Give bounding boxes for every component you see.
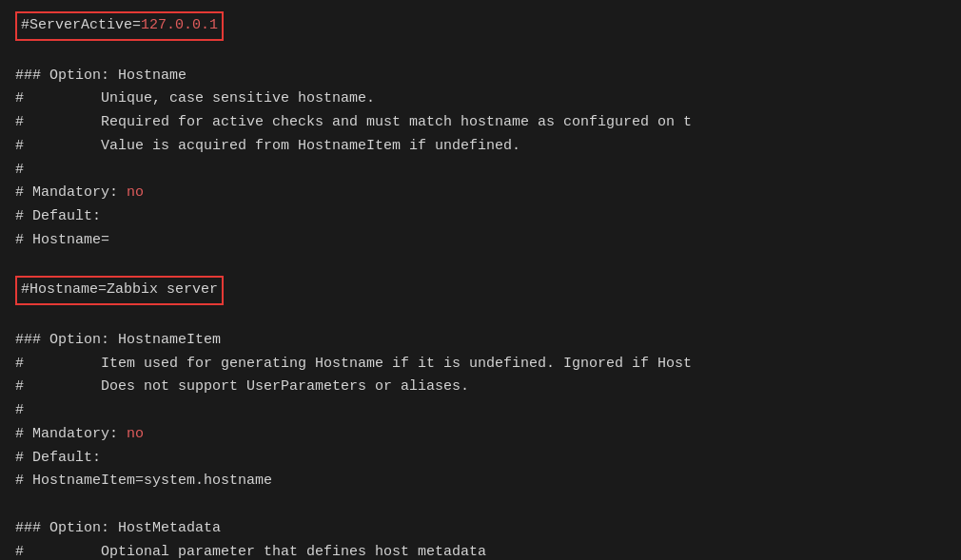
server-active-line: #ServerActive=127.0.0.1 (15, 11, 946, 41)
hostnameitem-desc2-line: # Does not support UserParameters or ali… (15, 376, 946, 399)
hostname-mandatory-line: # Mandatory: no (15, 182, 946, 205)
hostname-value-text: #Hostname=Zabbix server (21, 281, 218, 298)
hostnameitem-desc1-line: # Item used for generating Hostname if i… (15, 353, 946, 377)
blank-line-1 (15, 41, 946, 65)
hostname-desc2-line: # Required for active checks and must ma… (15, 111, 946, 135)
hostnameitem-mandatory-value: no (127, 426, 144, 442)
hostnameitem-option-line: ### Option: HostnameItem (15, 329, 946, 353)
hostnameitem-blank1-line: # (15, 399, 946, 423)
hostnameitem-default-label-line: # Default: (15, 447, 946, 471)
hostname-desc1-line: # Unique, case sensitive hostname. (15, 87, 946, 111)
server-active-box: #ServerActive=127.0.0.1 (15, 11, 224, 41)
hostmetadata-option-line: ### Option: HostMetadata (15, 517, 946, 541)
hostname-option-line: ### Option: Hostname (15, 65, 946, 88)
hostname-value-box: #Hostname=Zabbix server (15, 276, 224, 305)
server-active-value: 127.0.0.1 (141, 17, 218, 33)
hostname-blank1-line: # (15, 159, 946, 183)
server-active-prefix: #ServerActive= (21, 17, 141, 33)
hostname-mandatory-value: no (127, 184, 144, 201)
hostname-value-line: #Hostname=Zabbix server (15, 276, 946, 305)
code-editor: #ServerActive=127.0.0.1 ### Option: Host… (0, 0, 961, 560)
hostname-default-val-line: # Hostname= (15, 229, 946, 253)
hostnameitem-mandatory-line: # Mandatory: no (15, 423, 946, 447)
hostname-desc3-line: # Value is acquired from HostnameItem if… (15, 135, 946, 159)
hostmetadata-desc1-line: # Optional parameter that defines host m… (15, 541, 946, 561)
blank-line-3 (15, 305, 946, 329)
hostname-mandatory-prefix: # Mandatory: (15, 184, 127, 201)
hostnameitem-default-val-line: # HostnameItem=system.hostname (15, 470, 946, 493)
blank-line-2 (15, 253, 946, 277)
hostnameitem-mandatory-prefix: # Mandatory: (15, 426, 127, 442)
hostname-default-label-line: # Default: (15, 205, 946, 229)
blank-line-4 (15, 493, 946, 517)
